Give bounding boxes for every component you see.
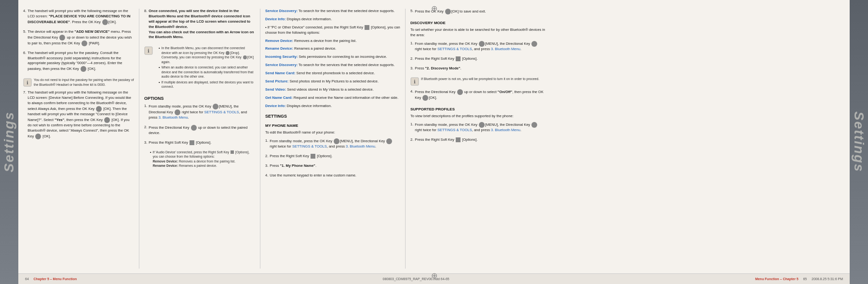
note-bullet: • When an audio device is connected, you… [155, 65, 255, 79]
top-crosshair-icon: ⊕ [431, 4, 437, 13]
item-num: 2. [410, 56, 413, 63]
item-text: Press "1. My Phone Name". [270, 163, 316, 169]
chapter-right: Menu Function – Chapter 5 [755, 277, 799, 281]
bullet-dot: • [159, 46, 160, 64]
remove-device-text: Remove Device: Removes a device from the… [265, 39, 400, 44]
note-bullet: • In the Bluetooth Menu, you can disconn… [155, 46, 255, 64]
item-text: The handset will prompt you with the fol… [27, 90, 134, 139]
supported-profiles-intro: To view brief descriptions of the profil… [410, 114, 545, 119]
list-item: 1. From standby mode, press the OK Key [… [410, 41, 545, 53]
note-box-2: ℹ • In the Bluetooth Menu, you can disco… [144, 46, 255, 90]
list-item: 1. From standby mode, press the OK Key [… [144, 104, 255, 122]
bottom-crosshair-icon: ⊕ [431, 271, 437, 280]
item-num: 6. [23, 51, 26, 73]
note-text-discovery: If Bluetooth power is not on, you will b… [421, 77, 539, 86]
bottom-right-page: Menu Function – Chapter 5 65 2008.8.25 5… [755, 277, 843, 281]
item-num: 3. [410, 66, 413, 72]
main-content: ⊕ 4. The handset will prompt you with th… [18, 0, 850, 284]
list-item: 3. Press "2. Discovery Mode". [410, 66, 545, 72]
service-discovery2-text: Service Discovery: To search for the ser… [265, 63, 400, 68]
list-item: 4. The handset will prompt you with the … [23, 9, 134, 26]
item-num: 4. [410, 89, 413, 102]
item-num: 4. [265, 173, 268, 179]
list-item: 6. The handset will prompt you for the p… [23, 51, 134, 73]
page-num-right: 65 [803, 277, 807, 281]
item-text: Press the Right Soft Key [Options]. [149, 140, 211, 146]
item-text: Once connected, you will see the device … [149, 9, 255, 40]
discovery-mode-intro: To set whether your device is able to be… [410, 27, 545, 38]
note-box: ℹ You do not need to input the passkey f… [23, 78, 134, 87]
note-box-discovery: ℹ If Bluetooth power is not on, you will… [410, 77, 545, 86]
item-text: From standby mode, press the OK Key [MEN… [270, 138, 400, 149]
item-num: 3. [265, 163, 268, 170]
send-name-card-text: Send Name Card: Send the stored phoneboo… [265, 71, 400, 76]
sidebar-right: Settings [850, 0, 868, 284]
col-divider-3 [405, 9, 406, 269]
rename-device-text: Rename Device: Renames a paired device. [265, 46, 400, 52]
device-info2-text: Device Info: Displays device information… [265, 104, 400, 109]
svg-text:ℹ: ℹ [148, 48, 149, 54]
page-container: Settings ⊕ 4. The handset will prompt yo… [0, 0, 868, 284]
item-num: 8. [144, 9, 147, 41]
list-item: 8. Once connected, you will see the devi… [144, 9, 255, 41]
item-text: The device will appear in the "ADD NEW D… [27, 29, 134, 46]
list-item: 3. Press the Right Soft Key [Options]. [144, 140, 255, 147]
list-item: 2. Press the Right Soft Key [Options]. [410, 56, 545, 63]
options-title: OPTIONS [144, 96, 255, 101]
settings-title: SETTINGS [265, 114, 400, 119]
list-item: 2. Press the Directional Key up or down … [144, 125, 255, 137]
supported-profiles-title: SUPPORTED PROFILES [410, 107, 545, 111]
note-icon-2: ℹ [144, 46, 153, 55]
bullet-dot: • [159, 80, 160, 89]
file-info: 080803_CDM8975_RAP_REV00.indd 64-65 [383, 277, 449, 281]
item-text: Press the Right Soft Key [Options]. [415, 56, 477, 62]
bottom-left-page: 64 Chapter 5 – Menu Function [25, 277, 77, 281]
list-item: 2. Press the Right Soft Key [Options]. [410, 137, 545, 144]
my-phone-name-intro: To edit the Bluetooth® name of your phon… [265, 130, 400, 135]
item-num: 2. [410, 137, 413, 144]
note-bullet-text: In the Bluetooth Menu, you can disconnec… [162, 46, 255, 64]
col-divider-1 [139, 9, 139, 269]
note-bullet-text: When an audio device is connected, you c… [162, 65, 255, 79]
bullet-dot: • [150, 150, 151, 168]
chapter-left: Chapter 5 – Menu Function [34, 277, 77, 281]
col4: 5. Press the OK Key [OK] to save and exi… [410, 9, 545, 269]
note-icon-discovery: ℹ [410, 77, 419, 86]
list-item: 3. Press "1. My Phone Name". [265, 163, 400, 170]
list-item: 4. Press the Directional Key up or down … [410, 89, 545, 102]
list-item: 2. Press the Right Soft Key [Options]. [265, 154, 400, 160]
sidebar-left: Settings [0, 0, 18, 284]
col-divider-2 [260, 9, 260, 269]
item-text: Use the numeric keypad to enter a new cu… [270, 173, 356, 178]
note-icon: ℹ [23, 78, 32, 87]
col1: 4. The handset will prompt you with the … [23, 9, 134, 269]
device-info-text: Device Info: Displays device information… [265, 17, 400, 22]
item-text: From standby mode, press the OK Key [MEN… [415, 41, 545, 52]
item-num: 2. [265, 154, 268, 160]
service-discovery-text: Service Discovery: To search for the ser… [265, 9, 400, 14]
item-num: 1. [410, 41, 413, 53]
note-text: You do not need to input the passkey for… [34, 78, 134, 87]
sidebar-right-text: Settings [851, 111, 867, 172]
col2: 8. Once connected, you will see the devi… [144, 9, 255, 269]
list-item: 1. From standby mode, press the OK Key [… [265, 138, 400, 150]
item-text: Press the Directional Key up or down to … [149, 125, 255, 136]
list-item: 5. The device will appear in the "ADD NE… [23, 29, 134, 47]
get-name-card-text: Get Name Card: Request and receive the N… [265, 95, 400, 101]
item-num: 1. [144, 104, 147, 122]
note-bullet: • If multiple devices are displayed, sel… [155, 80, 255, 89]
list-item: 4. Use the numeric keypad to enter a new… [265, 173, 400, 179]
send-video-text: Send Video: Send videos stored in My Vid… [265, 87, 400, 93]
item-num: 1. [265, 138, 268, 150]
item-num: 5. [23, 29, 26, 47]
col3: Service Discovery: To search for the ser… [265, 9, 400, 269]
item-text: The handset will prompt you with the fol… [27, 9, 134, 25]
item-text: Press the Right Soft Key [Options]. [415, 137, 477, 143]
item-text: From standby mode, press the OK Key [MEN… [415, 122, 545, 133]
item-text: Press the Right Soft Key [Options]. [270, 154, 332, 159]
sidebar-left-text: Settings [1, 111, 17, 172]
page-num-left: 64 [25, 277, 29, 281]
date-info: 2008.8.25 5:31:6 PM [812, 277, 843, 281]
item-text: The handset will prompt you for the pass… [27, 51, 134, 72]
note-bullets-container: • In the Bluetooth Menu, you can disconn… [155, 46, 255, 90]
